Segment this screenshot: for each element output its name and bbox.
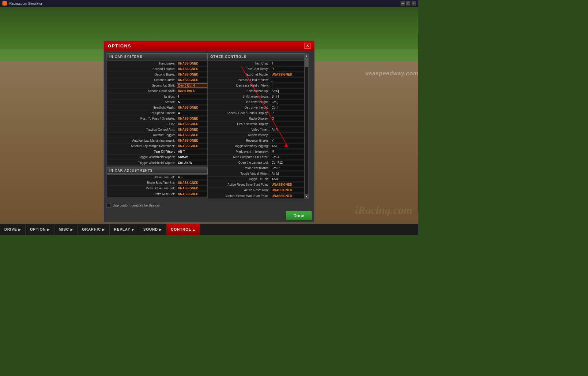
other-control-row[interactable]: FPS / Network Display:F [208,121,304,127]
other-control-value[interactable]: Alt-M [270,172,304,176]
other-control-value[interactable]: Ctrl-] [270,100,304,104]
other-control-value[interactable]: UNASSIGNED [270,73,304,76]
control-row[interactable]: Autofuel Toggle:UNASSIGNED [107,132,207,138]
other-control-value[interactable]: O [270,117,304,121]
control-value[interactable]: Dev 0 Btn 4 [177,83,207,88]
other-control-row[interactable]: Dec driver height:Ctrl-[ [208,105,304,110]
control-value[interactable]: Ctrl-Alt-W [177,161,207,165]
other-control-row[interactable]: Text Chat:T [208,61,304,66]
control-row[interactable]: Trigger Windshield Wipers:Ctrl-Alt-W [107,160,207,166]
other-control-value[interactable]: Ctrl-F12 [270,161,304,165]
other-control-value[interactable]: UNASSIGNED [270,183,304,187]
nav-item-replay[interactable]: REPLAY▶ [110,224,139,235]
control-row[interactable]: Tear Off Visor:Alt-T [107,149,207,154]
adjustment-value[interactable]: UNASSIGNED [177,181,207,185]
control-value[interactable]: UNASSIGNED [177,117,207,121]
other-control-row[interactable]: Speed / Gear / Pedals Display:P [208,110,304,116]
other-control-row[interactable]: Custom Sector Mark Start Point:UNASSIGNE… [208,193,304,199]
adjustment-value[interactable]: =, - [177,175,207,179]
other-control-row[interactable]: Inc driver height:Ctrl-] [208,99,304,105]
nav-item-option[interactable]: OPTION▶ [26,224,55,235]
other-control-value[interactable]: Ctrl-R [270,166,304,170]
other-control-value[interactable]: Shft-[ [270,95,304,99]
other-control-value[interactable]: R [270,67,304,71]
control-row[interactable]: Headlight Flash:UNASSIGNED [107,105,207,110]
control-value[interactable]: I [177,95,207,99]
done-button[interactable]: Done [286,211,312,220]
other-control-value[interactable]: UNASSIGNED [270,194,304,198]
control-row[interactable]: DRS:UNASSIGNED [107,121,207,127]
control-value[interactable]: UNASSIGNED [177,73,207,76]
other-control-value[interactable]: T [270,61,304,65]
scroll-down-button[interactable]: ▼ [304,194,309,199]
control-value[interactable]: Alt-T [177,150,207,154]
other-control-row[interactable]: Toggle UI Edit:Alt-K [208,177,304,182]
control-value[interactable]: UNASSIGNED [177,61,207,65]
dialog-close-button[interactable]: ✕ [304,43,311,49]
other-control-value[interactable]: L [270,133,304,137]
control-value[interactable]: UNASSIGNED [177,67,207,71]
control-value[interactable]: UNASSIGNED [177,128,207,132]
control-value[interactable]: UNASSIGNED [177,78,207,82]
other-control-value[interactable]: UNASSIGNED [270,188,304,192]
other-control-row[interactable]: Recenter tilt axisY [208,138,304,143]
scrollbar-thumb[interactable] [305,58,308,67]
other-control-value[interactable]: Ctrl-A [270,155,304,159]
scrollbar[interactable]: ▲ ▼ [304,53,309,199]
other-control-row[interactable]: Shift horizon up:Shft-] [208,88,304,94]
other-control-row[interactable]: Auto Compute FFB Force:Ctrl-A [208,154,304,160]
other-control-row[interactable]: Increase Field of View:] [208,77,304,83]
control-value[interactable]: UNASSIGNED [177,106,207,110]
other-control-value[interactable]: F [270,122,304,126]
other-control-value[interactable]: M [270,150,304,154]
other-control-row[interactable]: Text Chat Reply:R [208,66,304,72]
control-row[interactable]: Second Down Shift:Dev 0 Btn 5 [107,88,207,94]
other-control-row[interactable]: Decrease Field of View:[ [208,83,304,88]
other-control-row[interactable]: Radio Display:O [208,116,304,121]
nav-item-control[interactable]: CONTROL▲ [167,224,200,235]
other-control-row[interactable]: Toggle telemetry logging:Alt-L [208,143,304,149]
other-control-row[interactable]: Mark event in telemetry:M [208,149,304,154]
control-row[interactable]: Handbrake:UNASSIGNED [107,61,207,66]
custom-controls-checkbox[interactable] [107,203,111,207]
other-control-value[interactable]: P [270,111,304,115]
control-value[interactable]: Dev 0 Btn 5 [177,89,207,93]
nav-item-drive[interactable]: DRIVE▶ [0,224,26,235]
other-control-row[interactable]: Reload car textureCtrl-R [208,166,304,171]
nav-item-misc[interactable]: MISC▶ [55,224,78,235]
control-value[interactable]: UNASSIGNED [177,122,207,126]
control-row[interactable]: Second Throttle:UNASSIGNED [107,66,207,72]
other-control-row[interactable]: Shift horizon down:Shft-[ [208,94,304,99]
control-value[interactable]: S [177,100,207,104]
adjustment-value[interactable]: UNASSIGNED [177,186,207,190]
other-control-value[interactable]: Y [270,139,304,143]
other-control-row[interactable]: Active Reset Run:UNASSIGNED [208,188,304,193]
control-value[interactable]: UNASSIGNED [177,139,207,143]
close-window-button[interactable]: × [412,1,416,6]
control-row[interactable]: Toggle Windshield Wipers:Shft-W [107,154,207,160]
control-row[interactable]: Second Up Shift:Dev 0 Btn 4 [107,83,207,88]
other-control-value[interactable]: Shft-] [270,89,304,93]
control-value[interactable]: UNASSIGNED [177,133,207,137]
control-value[interactable]: A [177,111,207,115]
other-control-value[interactable]: ] [270,78,304,82]
other-control-row[interactable]: Video Timer:Alt-V [208,127,304,132]
control-row[interactable]: Push To Pass / Overtake:UNASSIGNED [107,116,207,121]
nav-item-sound[interactable]: SOUND▶ [139,224,167,235]
other-control-value[interactable]: Alt-V [270,128,304,132]
other-control-row[interactable]: Open the camera tool:Ctrl-F12 [208,160,304,166]
control-row[interactable]: Starter:S [107,99,207,105]
control-row[interactable]: Second Brake:UNASSIGNED [107,72,207,77]
control-row[interactable]: Ignition:I [107,94,207,99]
adjustment-row[interactable]: Peak Brake Bias Set:UNASSIGNED [107,186,207,191]
adjustment-row[interactable]: Brake Bias Set:=, - [107,175,207,180]
control-row[interactable]: Autofuel Lap Margin Increment:UNASSIGNED [107,138,207,143]
other-control-value[interactable]: Alt-L [270,144,304,148]
maximize-button[interactable]: □ [406,1,410,6]
other-control-row[interactable]: Text Chat Toggle:UNASSIGNED [208,72,304,77]
nav-item-graphic[interactable]: GRAPHIC▶ [78,224,110,235]
other-control-value[interactable]: [ [270,84,304,87]
control-row[interactable]: Autofuel Lap Margin Decrement:UNASSIGNED [107,143,207,149]
other-control-row[interactable]: Toggle Virtual Mirror:Alt-M [208,171,304,177]
control-value[interactable]: Shft-W [177,155,207,159]
